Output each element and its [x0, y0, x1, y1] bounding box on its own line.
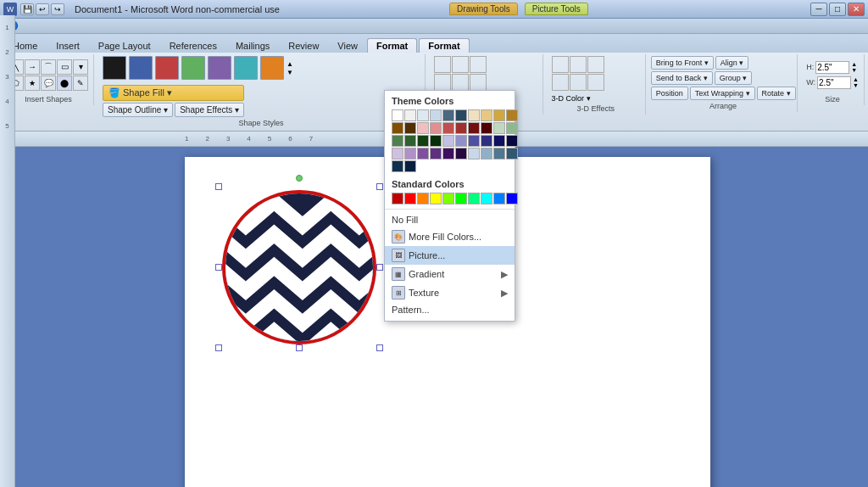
handle-tl[interactable]: [215, 183, 222, 190]
tab-format-drawing[interactable]: Format: [367, 38, 417, 53]
height-down[interactable]: ▼: [851, 67, 857, 73]
theme-color-27[interactable]: [481, 135, 492, 147]
3d-4[interactable]: [552, 74, 569, 91]
theme-color-26[interactable]: [468, 135, 480, 147]
pattern-item[interactable]: Pattern...: [385, 302, 515, 317]
edit-points[interactable]: ✎: [73, 76, 88, 91]
swatch-red[interactable]: [155, 56, 179, 80]
send-to-back-btn[interactable]: Send to Back ▾: [651, 71, 713, 85]
rotate-btn[interactable]: Rotate ▾: [757, 87, 796, 100]
bring-to-front-btn[interactable]: Bring to Front ▾: [651, 56, 714, 70]
theme-color-0[interactable]: [392, 109, 403, 121]
position-btn[interactable]: Position: [651, 87, 688, 100]
tab-insert[interactable]: Insert: [47, 38, 89, 53]
theme-color-41[interactable]: [404, 160, 416, 172]
theme-color-22[interactable]: [417, 135, 429, 147]
shadow-3[interactable]: [470, 56, 487, 73]
theme-color-1[interactable]: [404, 109, 416, 121]
shadow-2[interactable]: [452, 56, 469, 73]
theme-color-17[interactable]: [481, 122, 492, 134]
theme-color-10[interactable]: [392, 122, 403, 134]
swatch-blue[interactable]: [129, 56, 153, 80]
standard-color-1[interactable]: [404, 193, 416, 204]
standard-color-5[interactable]: [455, 193, 467, 204]
shadow-6[interactable]: [470, 74, 487, 91]
redo-btn[interactable]: ↪: [51, 3, 64, 15]
theme-color-13[interactable]: [430, 122, 442, 134]
theme-color-35[interactable]: [455, 148, 467, 160]
theme-color-32[interactable]: [417, 148, 429, 160]
theme-color-24[interactable]: [442, 135, 454, 147]
shape-arrow[interactable]: →: [25, 59, 40, 75]
shape-star[interactable]: ★: [25, 76, 40, 91]
standard-color-9[interactable]: [506, 193, 518, 204]
theme-color-30[interactable]: [392, 148, 403, 160]
theme-color-28[interactable]: [493, 135, 505, 147]
tab-view[interactable]: View: [328, 38, 367, 53]
shape-circle-selected[interactable]: ⬤: [57, 76, 72, 91]
tab-review[interactable]: Review: [279, 38, 328, 53]
shape-rect[interactable]: ▭: [57, 59, 72, 75]
circle-shape[interactable]: [222, 190, 376, 344]
swatch-purple[interactable]: [208, 56, 231, 80]
picture-tools-tab[interactable]: Picture Tools: [525, 3, 588, 15]
gradient-item[interactable]: ▦ Gradient ▶: [385, 265, 515, 283]
handle-bm[interactable]: [296, 344, 303, 351]
minimize-btn[interactable]: ─: [810, 3, 827, 16]
undo-btn[interactable]: ↩: [36, 3, 49, 15]
3d-6[interactable]: [587, 74, 604, 91]
handle-mr[interactable]: [376, 264, 383, 271]
shape-outline-btn[interactable]: Shape Outline ▾: [103, 103, 173, 117]
shape-container[interactable]: [219, 187, 380, 348]
shape-curve[interactable]: ⌒: [41, 59, 56, 75]
drawing-tools-tab[interactable]: Drawing Tools: [449, 3, 518, 15]
shape-effects-btn[interactable]: Shape Effects ▾: [175, 103, 244, 117]
theme-color-3[interactable]: [430, 109, 442, 121]
scroll-down[interactable]: ▼: [287, 69, 293, 76]
standard-color-6[interactable]: [468, 193, 480, 204]
theme-color-19[interactable]: [506, 122, 518, 134]
standard-color-0[interactable]: [392, 193, 403, 204]
height-up[interactable]: ▲: [851, 61, 857, 67]
theme-color-40[interactable]: [392, 160, 403, 172]
no-fill-item[interactable]: No Fill: [385, 212, 515, 227]
standard-color-4[interactable]: [442, 193, 454, 204]
theme-color-14[interactable]: [442, 122, 454, 134]
swatch-green[interactable]: [181, 56, 205, 80]
tab-mailings[interactable]: Mailings: [226, 38, 279, 53]
theme-color-34[interactable]: [442, 148, 454, 160]
theme-color-4[interactable]: [442, 109, 454, 121]
theme-color-29[interactable]: [506, 135, 518, 147]
theme-color-36[interactable]: [468, 148, 480, 160]
theme-color-39[interactable]: [506, 148, 518, 160]
handle-tr[interactable]: [376, 183, 383, 190]
width-input[interactable]: [817, 76, 851, 89]
swatch-black[interactable]: [103, 56, 126, 80]
theme-color-33[interactable]: [430, 148, 442, 160]
handle-ml[interactable]: [215, 264, 222, 271]
handle-bl[interactable]: [215, 344, 222, 351]
shape-more[interactable]: ▾: [73, 59, 88, 75]
handle-br[interactable]: [376, 344, 383, 351]
theme-color-5[interactable]: [455, 109, 467, 121]
shape-fill-button[interactable]: 🪣 Shape Fill ▾: [103, 85, 244, 101]
theme-color-18[interactable]: [493, 122, 505, 134]
scroll-up[interactable]: ▲: [287, 60, 293, 68]
align-btn[interactable]: Align ▾: [715, 56, 749, 70]
standard-color-3[interactable]: [430, 193, 442, 204]
theme-color-25[interactable]: [455, 135, 467, 147]
save-btn[interactable]: 💾: [20, 3, 34, 15]
maximize-btn[interactable]: □: [829, 3, 846, 16]
theme-color-16[interactable]: [468, 122, 480, 134]
shadow-1[interactable]: [434, 56, 451, 73]
3d-1[interactable]: [552, 56, 569, 73]
width-down[interactable]: ▼: [853, 82, 859, 88]
theme-color-23[interactable]: [430, 135, 442, 147]
swatch-teal[interactable]: [234, 56, 258, 80]
theme-color-38[interactable]: [493, 148, 505, 160]
theme-color-9[interactable]: [506, 109, 518, 121]
3d-3[interactable]: [587, 56, 604, 73]
theme-color-11[interactable]: [404, 122, 416, 134]
standard-color-2[interactable]: [417, 193, 429, 204]
group-btn[interactable]: Group ▾: [715, 71, 753, 85]
